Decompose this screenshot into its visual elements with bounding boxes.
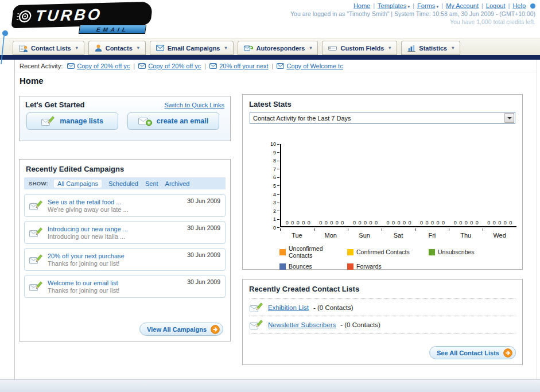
campaign-title-link[interactable]: 20% off your next purchase [48,253,182,259]
nav-tab-contacts[interactable]: Contacts▾ [88,41,146,55]
top-link-forms[interactable]: Forms ▾ [417,2,438,9]
chart-values: 0 0 0 0 0 [415,220,449,226]
turbo-email-logo: TURBO EMAIL [6,2,166,38]
contact-list-link[interactable]: Exhibition List [268,304,309,311]
x-axis-label: Thu [449,232,483,239]
campaign-title-link[interactable]: Welcome to our email list [48,280,182,286]
y-axis-label: 7 [257,166,279,172]
envelope-icon [277,63,284,69]
view-all-campaigns-button[interactable]: View All Campaigns [139,323,223,336]
legend-item: Bounces [279,263,347,270]
y-axis-label: 5 [257,183,279,189]
stats-period-select[interactable]: Contact Activity for the Last 7 Days [250,112,515,124]
contact-list-count: - (0 Contacts) [313,304,353,311]
envelope-icon [209,63,217,69]
envelope-pencil-icon [29,281,43,292]
nav-tab-statistics[interactable]: Statistics▾ [401,41,460,55]
y-axis-tick [277,227,279,228]
campaign-item[interactable]: Introducing our new range ...Introducing… [24,221,226,244]
top-link-home[interactable]: Home [353,2,370,9]
campaign-item[interactable]: See us at the retail food ...We're givin… [24,194,226,217]
campaign-item[interactable]: 20% off your next purchaseThanks for joi… [24,248,226,271]
recent-activity-link[interactable]: Copy of Welcome tc [286,63,343,69]
contact-list-count: - (0 Contacts) [340,321,380,328]
chevron-down-icon: ▾ [76,45,78,51]
get-started-title: Let's Get Started [25,100,85,109]
see-all-contact-lists-button[interactable]: See All Contact Lists [429,346,516,359]
latest-stats-panel: Latest Stats Contact Activity for the La… [242,94,523,270]
top-link-help[interactable]: Help [512,2,526,9]
campaign-list: See us at the retail food ...We're givin… [20,189,230,298]
envelope-pencil-icon [29,227,43,238]
logo-text: TURBO [34,7,103,24]
logo-subtext: EMAIL [79,25,146,34]
legend-item: Confirmed Contacts [347,245,429,259]
recent-activity-label: Recent Activity: [20,63,63,69]
nav-tab-contact-lists[interactable]: Contact Lists▾ [13,41,84,55]
nav-tab-custom-fields[interactable]: Custom Fields▾ [322,41,397,55]
legend-swatch [429,249,435,255]
y-axis-tick [277,185,279,186]
legend-item: Forwards [347,263,429,270]
top-link-templates[interactable]: Templates ▾ [378,2,410,9]
nav-tab-label: Custom Fields [340,45,384,52]
y-axis-value: 7 [273,166,276,172]
nav-tab-label: Contacts [106,45,133,52]
chart-group: 0 0 0 0 0 [348,144,382,226]
chart-values: 0 0 0 0 0 [483,220,516,226]
envelope-icon [67,63,75,69]
campaign-title-link[interactable]: Introducing our new range ... [48,226,182,232]
y-axis-tick [277,194,279,195]
y-axis-label: 6 [257,174,279,180]
arrow-right-circle-icon [211,325,220,334]
logo-bubble-decoration [0,29,9,65]
recent-activity-link[interactable]: Copy of 20% off yc [77,63,130,69]
recent-activity-item: Copy of Welcome tc [277,63,343,69]
chart-group: 0 0 0 0 0 [382,144,416,226]
filter-all-campaigns[interactable]: All Campaigns [54,180,102,188]
chevron-down-icon [504,113,514,123]
separator: | [413,2,414,9]
filter-sent[interactable]: Sent [145,180,158,187]
chart-group: 0 0 0 0 0 [315,144,349,226]
campaign-title-link[interactable]: See us at the retail food ... [48,199,182,205]
y-axis-label: 10 [257,141,279,147]
y-axis-value: 0 [273,225,276,231]
create-email-button[interactable]: create an email [127,112,219,130]
filter-scheduled[interactable]: Scheduled [108,180,138,187]
campaigns-panel-title: Recently Edited Campaigns [20,160,230,177]
x-axis-label: Tue [280,232,314,239]
y-axis-tick [277,169,279,169]
recent-activity-link[interactable]: 20% off your next [219,63,268,69]
chart-values: 0 0 0 0 0 [315,220,349,226]
chart-group: 0 0 0 0 0 [483,144,516,226]
switch-quick-links-link[interactable]: Switch to Quick Links [164,102,224,108]
envelope-pencil-icon [250,302,263,313]
y-axis-label: 9 [257,150,279,156]
recent-activity-link[interactable]: Copy of 20% off yc [148,63,201,69]
filter-archived[interactable]: Archived [165,180,190,187]
campaign-item[interactable]: Welcome to our email listThanks for join… [24,275,226,298]
recently-created-contact-lists-panel: Recently Created Contact Lists Exhibitio… [242,279,523,365]
legend-label: Unconfirmed Contacts [289,245,347,259]
campaign-subtitle: Introducing our new Italia ... [48,233,182,240]
nav-tab-email-campaigns[interactable]: Email Campaigns▾ [150,41,234,55]
campaign-text: Welcome to our email listThanks for join… [48,280,182,294]
chart-plot-area: 0 0 0 0 00 0 0 0 00 0 0 0 00 0 0 0 00 0 … [280,144,516,227]
recent-activity-item: Copy of 20% off yc [138,63,201,69]
campaign-text: Introducing our new range ...Introducing… [48,226,182,240]
contact-list-link[interactable]: Newsletter Subscribers [268,321,336,328]
header-right: Home|Templates ▾|Forms ▾|My Account|Logo… [290,2,535,25]
top-link-my-account[interactable]: My Account [446,2,479,9]
nav-tab-autoresponders[interactable]: Autoresponders▾ [238,41,318,55]
y-axis-value: 10 [270,141,276,147]
separator: | [133,63,135,69]
x-axis-label: Fri [415,232,449,239]
manage-lists-button[interactable]: manage lists [26,112,118,130]
envelope-pencil-icon [250,319,263,331]
y-axis-tick [277,144,279,145]
get-started-buttons: manage lists create an email [20,112,230,130]
y-axis-tick [277,203,279,203]
top-link-logout[interactable]: Logout [486,2,506,9]
recently-edited-campaigns-panel: Recently Edited Campaigns SHOW: All Camp… [19,159,231,341]
